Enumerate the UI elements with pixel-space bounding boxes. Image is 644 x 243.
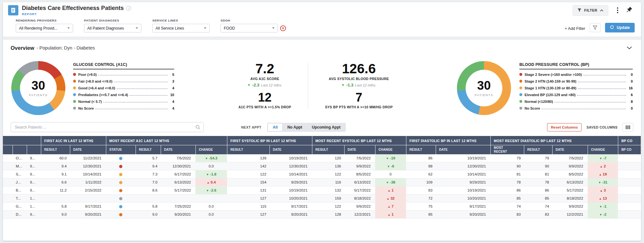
row-select <box>3 211 13 219</box>
dbp-first-result: 62 <box>406 170 436 178</box>
filter-bar: RENDERING PROVIDERSAll Rendering Provid.… <box>3 18 641 37</box>
a1c-first-result: 6.6 <box>41 178 70 186</box>
table-column-header[interactable]: RESULT <box>524 145 552 155</box>
patient-id: 9... <box>27 186 41 194</box>
sbp-first-result: 127 <box>227 194 270 203</box>
filter-selected-value: All Rendering Provid... <box>19 26 67 31</box>
appt-tab-all[interactable]: All <box>268 123 282 131</box>
table-column-header[interactable]: RESULT <box>406 145 436 155</box>
a1c-recent-date: 9/20/2021 <box>161 211 195 219</box>
kebab-menu-icon[interactable] <box>616 6 619 14</box>
table-column-header[interactable] <box>27 145 41 155</box>
appt-tab-no-appt[interactable]: No Appt <box>282 123 307 131</box>
status-dot-icon <box>119 165 122 168</box>
bp-delta-value: -1.3 <box>346 83 353 87</box>
table-column-header[interactable]: DATE <box>161 145 195 155</box>
table-column-header[interactable]: DATE <box>70 145 106 155</box>
legend-item: Stage 2 HTN (140-159 or 90-99)0 <box>519 79 633 83</box>
filter-funnel-button[interactable] <box>590 23 601 32</box>
legend-label: Normal (<120/80) <box>525 100 553 104</box>
table-column-header[interactable]: BP CO <box>618 145 641 155</box>
table-column-header[interactable] <box>13 145 27 155</box>
bp-legend-items: Stage 2 Severe (>160 and/or >100)0Stage … <box>519 73 633 110</box>
pin-icon[interactable] <box>626 6 633 14</box>
filter-label: PATIENT DIAGNOSES <box>84 19 141 22</box>
table-column-header[interactable]: DATE <box>552 145 588 155</box>
table-column-header-row: RESULTDATESTATUSRESULTDATECHANGERESULTDA… <box>3 145 641 155</box>
table-row[interactable]: O...9...60.011/22/20215.77/5/2022▼ -54.3… <box>3 154 641 162</box>
table-column-header[interactable] <box>3 145 13 155</box>
table-row[interactable]: T...1...12710/20/20211598/18/2022▲ 32721… <box>3 194 641 203</box>
table-column-header[interactable]: RESULT <box>312 145 344 155</box>
table-column-header[interactable]: STATUS <box>106 145 136 155</box>
filter-select[interactable]: All Service Lines <box>152 24 210 32</box>
table-row[interactable]: J...9...6.61/11/20227.06/13/2022▲ 0.4154… <box>3 178 641 186</box>
collapse-chevron-icon[interactable] <box>625 44 633 52</box>
filter-toggle-button[interactable]: FILTER <box>573 5 608 16</box>
summary-stats: 7.2 AVG A1C SCORE ▼ -2.3 Last 12 mths. 1… <box>174 62 457 109</box>
update-button[interactable]: Update <box>605 23 635 32</box>
table-row[interactable]: B...9...11.22/15/20228.65/17/2022▼ -2.61… <box>3 186 641 194</box>
reset-columns-button[interactable]: Reset Columns <box>547 123 582 131</box>
trend-up-icon: ▲ <box>599 197 602 200</box>
table-group-header: MOST RECENT SYSTOLIC BP LAST 12 MTHS <box>312 136 406 145</box>
dbp-change: ▲ 2 <box>588 162 618 170</box>
info-icon[interactable]: i <box>126 6 131 11</box>
sbp-recent-result: 136 <box>312 162 344 170</box>
table-row[interactable]: G...1...5.89/17/20215.87/25/20220.01159/… <box>3 203 641 211</box>
a1c-first-result <box>41 194 70 203</box>
legend-leader <box>578 82 626 82</box>
table-column-header[interactable]: DATE <box>270 145 312 155</box>
table-group-header: MOST RECENT DIASTOLIC BP LAST 12 MTHS <box>490 136 618 145</box>
table-row[interactable]: D...9...9.09/20/20219.09/20/20210.01279/… <box>3 211 641 219</box>
a1c-change: 0.0 <box>195 211 227 219</box>
table-column-header[interactable]: DATE <box>344 145 375 155</box>
search-input[interactable] <box>11 122 204 132</box>
dbp-most-recent: 81 <box>490 170 524 178</box>
status-dot-icon <box>119 189 122 192</box>
table-column-header[interactable]: CHANGE <box>588 145 618 155</box>
a1c-first-result: 11.2 <box>41 186 70 194</box>
dbp-change: ▲ 13 <box>588 194 618 203</box>
sbp-first-result: 115 <box>227 203 270 211</box>
table-column-header[interactable]: CHANGE <box>375 145 406 155</box>
sbp-first-result: 139 <box>227 154 270 162</box>
table-column-header[interactable]: MOST RECENT <box>490 145 524 155</box>
a1c-recent-result: 5.7 <box>136 154 161 162</box>
legend-leader <box>117 88 167 89</box>
bp-delta: ▼ -1.3 Last 12 mths. <box>325 83 393 87</box>
table-row[interactable]: S...9...9.110/14/20217.36/17/2022▼ -1.81… <box>3 170 641 178</box>
dbp-first-result: 83 <box>406 186 436 194</box>
a1c-first-date: 1/11/2022 <box>70 178 106 186</box>
table-column-header[interactable]: RESULT <box>136 145 161 155</box>
dbp-change: ▼ -7 <box>588 154 618 162</box>
filter-select[interactable]: FOOD <box>221 24 278 32</box>
legend-label: Normal (< 5.7) <box>78 100 102 104</box>
columns-settings-button[interactable] <box>622 123 633 132</box>
filter-select[interactable]: All Rendering Provid... <box>16 24 73 32</box>
a1c-first-result: 9.1 <box>41 170 70 178</box>
sbp-first-date: 12/30/2021 <box>270 162 312 170</box>
filter-select[interactable]: All Patient Diagnoses <box>84 24 141 32</box>
add-filter-button[interactable]: + Add Filter <box>565 26 585 31</box>
table-column-header[interactable]: DATE <box>436 145 490 155</box>
overview-charts: 30 PATIENTS GLUCOSE CONTROL (A1C) Poor (… <box>3 55 641 119</box>
table-column-header[interactable]: RESULT <box>227 145 270 155</box>
legend-dot <box>519 100 522 103</box>
table-column-header[interactable]: RESULT <box>41 145 70 155</box>
dbp-recent-date: 5/17/2022 <box>552 186 588 194</box>
table-column-header[interactable]: CHANGE <box>195 145 227 155</box>
legend-value: 8 <box>628 100 633 104</box>
legend-item: Stage 2 Severe (>160 and/or >100)0 <box>519 73 633 76</box>
appt-tab-upcoming-appt[interactable]: Upcoming Appt <box>307 123 346 131</box>
a1c-donut-chart: 30 PATIENTS <box>11 61 65 115</box>
row-select <box>3 170 13 178</box>
sbp-recent-result: 132 <box>312 186 344 194</box>
status-dot-icon <box>119 173 122 176</box>
table-row[interactable]: M...9...9.412/30/20219.412/30/20210.0142… <box>3 162 641 170</box>
funnel-icon <box>593 25 597 30</box>
legend-value: 16 <box>628 86 633 90</box>
dbp-change: ▲ 19 <box>588 170 618 178</box>
bp-co <box>618 194 641 203</box>
clear-filter-icon[interactable]: × <box>280 25 286 31</box>
